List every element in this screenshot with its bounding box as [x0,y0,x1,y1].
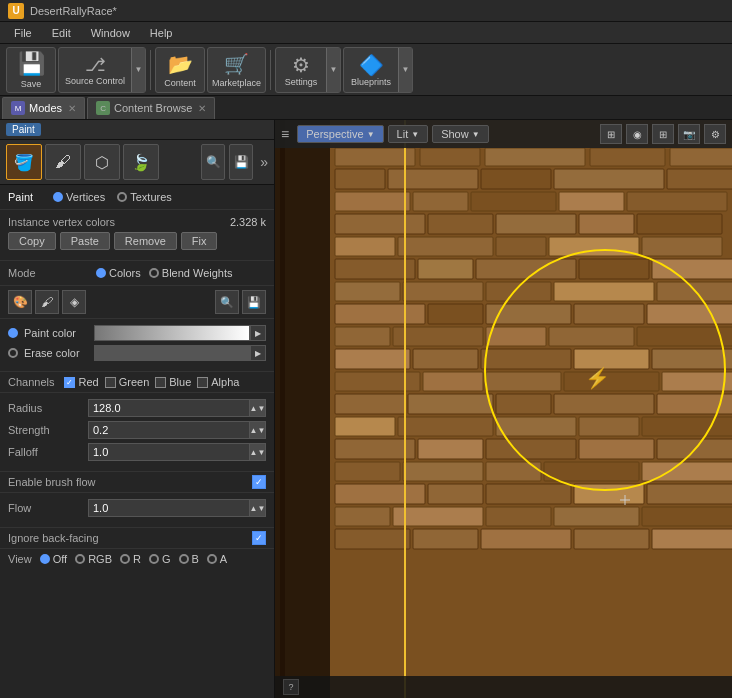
source-control-dropdown[interactable]: ▼ [131,48,145,92]
tool-leaf-btn[interactable]: 🍃 [123,144,159,180]
ignore-back-facing-checkbox[interactable]: ✓ [252,531,266,545]
modes-tab-icon: M [11,101,25,115]
settings-dropdown[interactable]: ▼ [326,48,340,92]
realtime-icon[interactable]: ◉ [626,124,648,144]
vertices-radio[interactable]: Vertices [53,191,105,203]
blend-weights-radio[interactable]: Blend Weights [149,267,233,279]
enable-brush-flow-checkbox[interactable]: ✓ [252,475,266,489]
flow-spinner[interactable]: ▲▼ [250,499,266,517]
channel-blue[interactable]: Blue [155,376,191,388]
flow-input[interactable] [88,499,250,517]
tab-content-browser[interactable]: C Content Browse ✕ [87,97,215,119]
menu-help[interactable]: Help [140,25,183,41]
channel-blue-label: Blue [169,376,191,388]
content-browser-tab-close[interactable]: ✕ [198,103,206,114]
settings-icon: ⚙ [292,53,310,77]
palette-save-btn[interactable]: 💾 [242,290,266,314]
viewport-menu-icon[interactable]: ≡ [281,126,289,142]
palette-btn-2[interactable]: 🖌 [35,290,59,314]
view-rgb-radio[interactable]: RGB [75,553,112,565]
channel-red[interactable]: ✓ Red [64,376,98,388]
save-settings-btn[interactable]: 💾 [229,144,253,180]
tab-modes[interactable]: M Modes ✕ [2,97,85,119]
colors-radio[interactable]: Colors [96,267,141,279]
view-b-radio[interactable]: B [179,553,199,565]
paint-color-expand[interactable]: ▶ [250,325,266,341]
search-btn[interactable]: 🔍 [201,144,225,180]
channel-green[interactable]: Green [105,376,150,388]
erase-color-radio[interactable] [8,348,18,358]
textures-label: Textures [130,191,172,203]
strength-input[interactable] [88,421,250,439]
tool-paint-icon: 🪣 [14,153,34,172]
svg-rect-60 [408,394,493,414]
menu-file[interactable]: File [4,25,42,41]
tool-shape-btn[interactable]: ⬡ [84,144,120,180]
menu-window[interactable]: Window [81,25,140,41]
textures-radio[interactable]: Textures [117,191,172,203]
palette-search-btn[interactable]: 🔍 [215,290,239,314]
save-button[interactable]: 💾 Save [6,47,56,93]
radius-input[interactable] [88,399,250,417]
expand-icon[interactable]: » [260,154,268,170]
paint-color-swatch[interactable] [94,325,250,341]
tool-brush-btn[interactable]: 🖌 [45,144,81,180]
svg-rect-67 [579,417,639,436]
maximize-icon[interactable]: ⊞ [600,124,622,144]
blend-weights-label: Blend Weights [162,267,233,279]
channel-green-checkbox[interactable] [105,377,116,388]
radius-spinner[interactable]: ▲▼ [250,399,266,417]
blueprints-dropdown[interactable]: ▼ [398,48,412,92]
show-button[interactable]: Show ▼ [432,125,488,143]
svg-rect-46 [486,327,546,346]
content-button[interactable]: 📂 Content [155,47,205,93]
channel-blue-checkbox[interactable] [155,377,166,388]
strength-spinner[interactable]: ▲▼ [250,421,266,439]
lit-button[interactable]: Lit ▼ [388,125,429,143]
svg-rect-75 [403,462,483,481]
palette-icon-1: 🎨 [13,295,28,309]
falloff-spinner[interactable]: ▲▼ [250,443,266,461]
erase-color-expand[interactable]: ▶ [250,345,266,361]
action-buttons-row: Copy Paste Remove Fix [8,232,266,250]
instance-section: Instance vertex colors 2.328 k Copy Past… [0,210,274,261]
remove-button[interactable]: Remove [114,232,177,250]
falloff-input[interactable] [88,443,250,461]
svg-rect-14 [335,192,410,211]
grid-icon[interactable]: ⊞ [652,124,674,144]
view-off-radio[interactable]: Off [40,553,67,565]
show-dropdown-icon: ▼ [472,130,480,139]
fix-button[interactable]: Fix [181,232,218,250]
channel-red-checkbox[interactable]: ✓ [64,377,75,388]
view-a-radio[interactable]: A [207,553,227,565]
view-g-radio[interactable]: G [149,553,171,565]
viewport-help-icon[interactable]: ? [283,679,299,695]
tool-shape-icon: ⬡ [95,153,109,172]
source-control-button[interactable]: ⎇ Source Control ▼ [58,47,146,93]
svg-rect-65 [398,417,493,436]
menu-edit[interactable]: Edit [42,25,81,41]
perspective-button[interactable]: Perspective ▼ [297,125,383,143]
settings-viewport-icon[interactable]: ⚙ [704,124,726,144]
copy-button[interactable]: Copy [8,232,56,250]
palette-btn-3[interactable]: ◈ [62,290,86,314]
erase-color-swatch[interactable] [94,345,250,361]
settings-button[interactable]: ⚙ Settings ▼ [275,47,341,93]
enable-brush-flow-row: Enable brush flow ✓ [0,472,274,493]
marketplace-button[interactable]: 🛒 Marketplace [207,47,266,93]
svg-rect-29 [335,259,415,279]
modes-tab-close[interactable]: ✕ [68,103,76,114]
lit-dropdown-icon: ▼ [411,130,419,139]
camera-icon[interactable]: 📷 [678,124,700,144]
paste-button[interactable]: Paste [60,232,110,250]
svg-rect-61 [496,394,551,414]
channel-alpha-checkbox[interactable] [197,377,208,388]
channel-alpha[interactable]: Alpha [197,376,239,388]
radius-label: Radius [8,402,88,414]
paint-color-radio[interactable] [8,328,18,338]
palette-btn-1[interactable]: 🎨 [8,290,32,314]
viewport-canvas[interactable]: ⚡ X Y Z ? [275,120,732,698]
tool-paint-btn[interactable]: 🪣 [6,144,42,180]
view-r-radio[interactable]: R [120,553,141,565]
blueprints-button[interactable]: 🔷 Blueprints ▼ [343,47,413,93]
